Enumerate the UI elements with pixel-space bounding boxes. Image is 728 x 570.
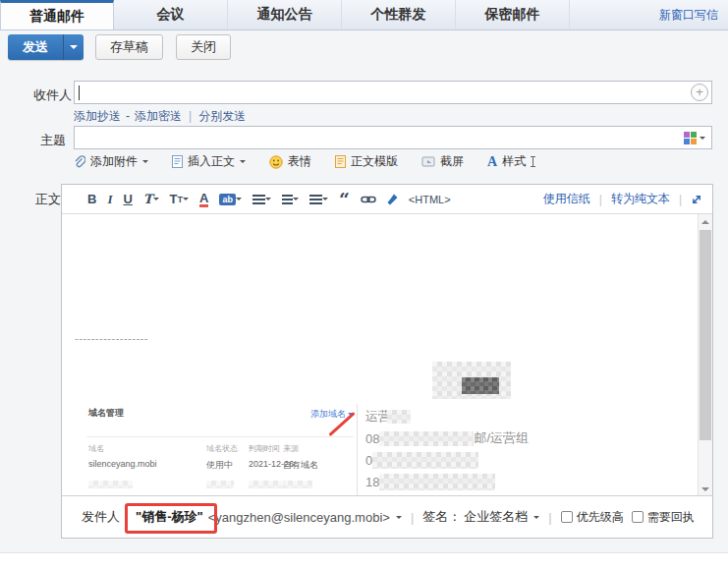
redacted-cell bbox=[283, 481, 312, 488]
clear-format-button[interactable] bbox=[387, 194, 398, 205]
list-button[interactable] bbox=[282, 195, 299, 204]
signature-dropdown[interactable] bbox=[533, 516, 539, 522]
fullscreen-button[interactable] bbox=[691, 194, 702, 205]
rich-text-editor: B I U T TT A ab “ <HTML> 使用信纸 | 转为纯文本 | bbox=[61, 184, 713, 539]
from-name: "销售-杨珍" bbox=[136, 508, 203, 526]
footer-separator: | bbox=[411, 510, 414, 525]
tab-personalized-mass[interactable]: 个性群发 bbox=[342, 0, 456, 29]
insert-link-button[interactable] bbox=[361, 195, 376, 204]
style-a-icon: A bbox=[487, 154, 497, 170]
save-draft-button[interactable]: 存草稿 bbox=[95, 34, 163, 60]
redacted-text bbox=[372, 452, 478, 469]
use-stationery-link[interactable]: 使用信纸 bbox=[543, 191, 590, 207]
font-color-button[interactable]: A bbox=[199, 192, 208, 207]
indent-button[interactable] bbox=[309, 195, 328, 204]
mail-label-picker[interactable] bbox=[684, 132, 705, 144]
html-source-button[interactable]: <HTML> bbox=[409, 194, 451, 205]
priority-high-checkbox[interactable] bbox=[561, 511, 573, 523]
priority-high-option[interactable]: 优先级高 bbox=[561, 509, 624, 526]
emoji-button[interactable]: 表情 bbox=[269, 153, 311, 170]
editor-content-area[interactable]: ------------------ 域名管理 添加域名 域名 域名状态 到期时… bbox=[62, 214, 712, 496]
list-bars-icon bbox=[282, 195, 293, 204]
scroll-down-icon bbox=[701, 487, 709, 495]
send-button-label[interactable]: 发送 bbox=[8, 34, 63, 60]
table-header-domain: 域名 bbox=[88, 443, 104, 454]
font-family-button[interactable]: T bbox=[143, 192, 159, 206]
smiley-icon bbox=[269, 155, 283, 169]
from-email: <yangzhen@silenceyang.mobi> bbox=[208, 510, 390, 525]
tab-confidential-mail[interactable]: 保密邮件 bbox=[456, 0, 570, 29]
align-button[interactable] bbox=[252, 195, 271, 204]
bold-button[interactable]: B bbox=[87, 192, 96, 206]
signature-line-1: 运营 bbox=[365, 408, 411, 426]
blockquote-button[interactable]: “ bbox=[339, 193, 350, 205]
table-header-status: 域名状态 bbox=[206, 443, 238, 454]
redacted-text bbox=[379, 474, 495, 490]
broom-icon bbox=[387, 194, 398, 205]
add-cc-link[interactable]: 添加抄送 bbox=[74, 109, 121, 123]
to-label: 收件人 bbox=[33, 86, 72, 104]
add-contact-button[interactable]: + bbox=[691, 84, 708, 101]
insert-body-button[interactable]: 插入正文 bbox=[172, 153, 246, 170]
link-separator-pipe: | bbox=[189, 109, 192, 123]
from-label: 发件人： bbox=[82, 508, 133, 526]
caret-down-icon bbox=[236, 198, 242, 203]
tab-announcement[interactable]: 通知公告 bbox=[228, 0, 342, 29]
caret-down-icon bbox=[153, 198, 159, 203]
expand-icon bbox=[691, 194, 702, 205]
highlight-button[interactable]: ab bbox=[219, 194, 242, 205]
from-dropdown[interactable] bbox=[396, 516, 402, 522]
compose-mail-window: 普通邮件 会议 通知公告 个性群发 保密邮件 新窗口写信 发送 存草稿 关闭 收… bbox=[0, 0, 728, 570]
compose-in-new-window-link[interactable]: 新窗口写信 bbox=[659, 7, 718, 24]
style-button[interactable]: A 样式 bbox=[487, 153, 533, 170]
scrollbar-thumb[interactable] bbox=[700, 230, 711, 440]
underline-button[interactable]: U bbox=[123, 192, 132, 206]
send-button[interactable]: 发送 bbox=[8, 34, 84, 60]
italic-button[interactable]: I bbox=[107, 192, 112, 207]
add-attachment-button[interactable]: 添加附件 bbox=[74, 153, 148, 170]
caret-down-icon bbox=[265, 198, 271, 203]
table-header-source: 来源 bbox=[283, 443, 299, 454]
domain-management-title: 域名管理 bbox=[88, 407, 124, 420]
to-input[interactable]: + bbox=[74, 81, 712, 104]
table-cell-status: 使用中 bbox=[206, 459, 233, 472]
table-header-expiry: 到期时间 bbox=[249, 443, 280, 454]
link-separator-dash: - bbox=[126, 109, 130, 123]
mail-type-tabbar: 普通邮件 会议 通知公告 个性群发 保密邮件 bbox=[0, 0, 728, 30]
table-divider bbox=[86, 436, 354, 437]
send-options-dropdown[interactable] bbox=[63, 34, 84, 60]
footer-separator: | bbox=[548, 510, 551, 525]
screenshot-icon bbox=[421, 156, 435, 168]
signature-line-3: 0 bbox=[365, 452, 478, 469]
send-separately-link[interactable]: 分别发送 bbox=[198, 109, 246, 123]
redacted-cell bbox=[249, 481, 286, 488]
caret-down-icon bbox=[183, 198, 189, 203]
paperclip-icon bbox=[74, 155, 85, 169]
editor-toolbar: B I U T TT A ab “ <HTML> 使用信纸 | 转为纯文本 | bbox=[62, 185, 712, 214]
body-template-button[interactable]: 正文模版 bbox=[335, 153, 398, 170]
indent-bars-icon bbox=[309, 195, 322, 204]
chain-link-icon bbox=[361, 195, 376, 204]
redacted-text bbox=[379, 431, 474, 446]
text-cursor bbox=[79, 86, 80, 100]
tab-meeting[interactable]: 会议 bbox=[114, 0, 228, 29]
scroll-up-button[interactable] bbox=[699, 214, 712, 229]
redacted-name bbox=[462, 377, 499, 394]
subject-input[interactable] bbox=[74, 126, 712, 149]
screenshot-button[interactable]: 截屏 bbox=[421, 153, 464, 170]
color-label-grid-icon bbox=[684, 132, 697, 144]
need-receipt-checkbox[interactable] bbox=[632, 511, 644, 523]
editor-scrollbar[interactable] bbox=[698, 214, 712, 496]
subject-label: 主题 bbox=[40, 132, 66, 149]
to-plain-text-link[interactable]: 转为纯文本 bbox=[611, 191, 670, 207]
document-icon bbox=[172, 155, 183, 168]
need-receipt-option[interactable]: 需要回执 bbox=[632, 509, 695, 526]
close-button[interactable]: 关闭 bbox=[176, 34, 231, 60]
scroll-down-button[interactable] bbox=[699, 482, 712, 496]
caret-down-icon bbox=[293, 198, 299, 203]
font-size-button[interactable]: TT bbox=[170, 192, 189, 206]
editor-toolbar-right: 使用信纸 | 转为纯文本 | bbox=[543, 191, 702, 207]
sender-footer: 发件人： "销售-杨珍" <yangzhen@silenceyang.mobi>… bbox=[62, 495, 712, 538]
add-bcc-link[interactable]: 添加密送 bbox=[135, 109, 182, 123]
tab-normal-mail[interactable]: 普通邮件 bbox=[0, 0, 114, 29]
